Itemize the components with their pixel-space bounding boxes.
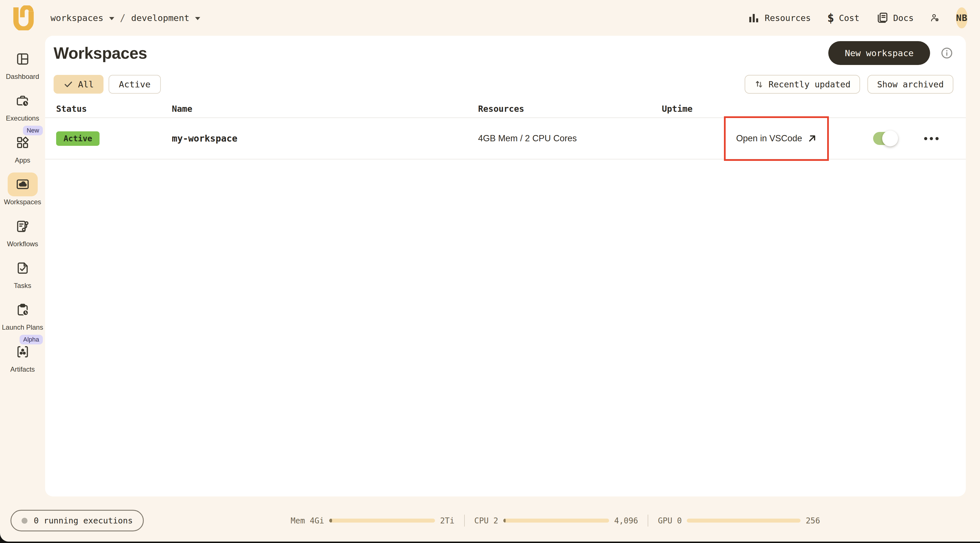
sort-button-label: Recently updated: [768, 80, 850, 89]
workspace-toggle[interactable]: [873, 132, 896, 145]
mem-gauge-fill: [329, 519, 332, 522]
nav-cost-label: Cost: [839, 13, 859, 23]
new-badge: New: [23, 126, 43, 135]
breadcrumb-development[interactable]: development: [131, 13, 189, 23]
sidebar-item-apps[interactable]: New Apps: [0, 131, 45, 164]
workspace-resources: 4GB Mem / 2 CPU Cores: [478, 133, 577, 143]
ellipsis-icon: [924, 137, 927, 140]
new-workspace-button[interactable]: New workspace: [828, 41, 930, 65]
apps-icon: [16, 135, 30, 150]
column-header-uptime[interactable]: Uptime: [662, 104, 724, 114]
workspaces-icon: [16, 177, 30, 191]
cpu-gauge-label: CPU 2: [474, 516, 498, 525]
running-executions-pill[interactable]: 0 running executions: [11, 510, 144, 531]
show-archived-button[interactable]: Show archived: [867, 75, 953, 94]
cpu-gauge-fill: [503, 519, 506, 522]
main-content-card: Workspaces New workspace All Active: [45, 36, 966, 497]
dashboard-icon: [16, 52, 30, 66]
row-menu-button[interactable]: [921, 134, 942, 143]
alpha-badge: Alpha: [19, 335, 43, 344]
filter-bar: All Active Recently updated Show archive…: [54, 75, 953, 94]
toggle-knob: [882, 131, 898, 146]
top-nav: Resources $ Cost Docs: [748, 7, 967, 29]
page-title: Workspaces: [54, 44, 147, 62]
open-in-vscode-label: Open in VSCode: [736, 133, 802, 143]
filter-all-label: All: [78, 79, 94, 89]
nav-resources-label: Resources: [765, 13, 811, 23]
cpu-gauge-bar: [503, 519, 609, 522]
top-bar: workspaces / development Resources $ Cos…: [0, 0, 980, 36]
running-executions-label: 0 running executions: [34, 516, 133, 525]
status-badge: Active: [56, 131, 100, 146]
workspaces-table: Status Name Resources Uptime Active my-w…: [45, 100, 966, 159]
chevron-down-icon[interactable]: [195, 17, 200, 20]
filter-active-label: Active: [119, 79, 151, 89]
table-row: Active my-workspace 4GB Mem / 2 CPU Core…: [45, 118, 966, 159]
dollar-icon: $: [827, 12, 834, 24]
column-header-resources[interactable]: Resources: [478, 104, 662, 114]
table-header-row: Status Name Resources Uptime: [45, 100, 966, 118]
docs-icon: [876, 12, 888, 24]
show-archived-label: Show archived: [877, 80, 944, 89]
sidebar-item-label: Launch Plans: [2, 324, 43, 331]
executions-icon: [16, 94, 30, 108]
workflows-icon: [16, 219, 30, 234]
check-icon: [63, 79, 73, 89]
sort-arrows-icon: [754, 80, 764, 89]
sidebar-item-label: Workflows: [7, 240, 38, 248]
gpu-gauge-max: 256: [806, 516, 820, 525]
union-logo-icon[interactable]: [13, 5, 35, 30]
user-settings-icon[interactable]: [930, 13, 939, 22]
sidebar-item-label: Artifacts: [10, 366, 35, 373]
artifacts-icon: [16, 345, 30, 359]
gauge-separator: [464, 514, 465, 527]
mem-gauge-label: Mem 4Gi: [291, 516, 324, 525]
cpu-gauge-max: 4,096: [614, 516, 638, 525]
breadcrumb-separator: /: [120, 13, 126, 24]
ellipsis-icon: [935, 137, 939, 140]
launch-plans-icon: [16, 303, 30, 317]
nav-resources[interactable]: Resources: [748, 12, 811, 24]
sidebar-item-launch-plans[interactable]: Launch Plans: [0, 298, 45, 331]
breadcrumb: workspaces / development: [51, 13, 200, 24]
avatar[interactable]: NB: [956, 7, 967, 29]
gpu-gauge-label: GPU 0: [658, 516, 682, 525]
sidebar-item-artifacts[interactable]: Alpha Artifacts: [0, 340, 45, 373]
nav-docs[interactable]: Docs: [876, 12, 914, 24]
status-dot-icon: [22, 518, 27, 524]
filter-active[interactable]: Active: [108, 75, 161, 94]
mem-gauge-bar: [329, 519, 435, 522]
gauge-separator: [648, 514, 648, 527]
sidebar-item-dashboard[interactable]: Dashboard: [0, 47, 45, 80]
app-window: workspaces / development Resources $ Cos…: [0, 0, 980, 541]
ellipsis-icon: [930, 137, 933, 140]
sidebar: Dashboard Executions New Apps: [0, 36, 45, 382]
chevron-down-icon[interactable]: [109, 17, 114, 20]
sidebar-item-workspaces[interactable]: Workspaces: [0, 172, 45, 206]
sidebar-item-label: Executions: [6, 115, 39, 122]
open-in-vscode-link[interactable]: Open in VSCode: [736, 133, 818, 144]
gpu-gauge-bar: [687, 519, 800, 522]
sidebar-item-label: Apps: [15, 157, 30, 164]
avatar-initials: NB: [956, 13, 967, 23]
column-header-name[interactable]: Name: [172, 104, 478, 114]
sort-button[interactable]: Recently updated: [745, 75, 860, 94]
mem-gauge-max: 2Ti: [440, 516, 455, 525]
column-header-status[interactable]: Status: [45, 104, 172, 114]
active-item-highlight: [8, 172, 38, 196]
sidebar-item-executions[interactable]: Executions: [0, 89, 45, 122]
bar-chart-icon: [748, 12, 760, 24]
sidebar-item-workflows[interactable]: Workflows: [0, 215, 45, 248]
sidebar-item-tasks[interactable]: Tasks: [0, 256, 45, 289]
filter-all[interactable]: All: [54, 75, 103, 94]
sidebar-item-label: Dashboard: [6, 73, 39, 80]
info-icon[interactable]: [940, 46, 953, 60]
workspace-name[interactable]: my-workspace: [172, 133, 237, 144]
tasks-icon: [16, 261, 30, 275]
arrow-up-right-icon: [807, 133, 818, 144]
resource-gauges: Mem 4Gi 2Ti CPU 2 4,096 GPU 0 256: [291, 510, 820, 531]
sidebar-item-label: Workspaces: [4, 198, 41, 206]
nav-cost[interactable]: $ Cost: [827, 12, 859, 24]
page-header: Workspaces New workspace: [54, 43, 953, 63]
breadcrumb-workspaces[interactable]: workspaces: [51, 13, 103, 23]
